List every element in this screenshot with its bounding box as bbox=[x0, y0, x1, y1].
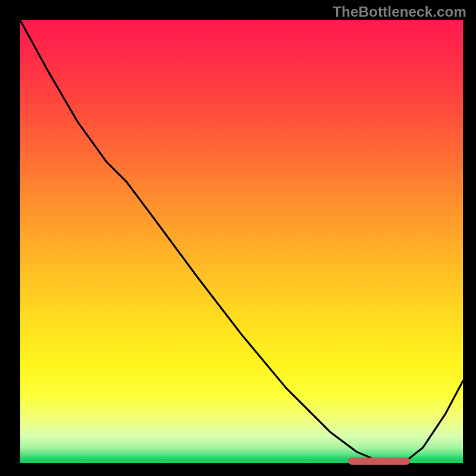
bottleneck-curve bbox=[20, 20, 463, 463]
plot-area bbox=[20, 20, 463, 463]
chart-frame: TheBottleneck.com bbox=[0, 0, 476, 476]
curve-layer bbox=[20, 20, 463, 463]
bottom-marker bbox=[348, 458, 410, 465]
watermark-text: TheBottleneck.com bbox=[333, 4, 466, 20]
